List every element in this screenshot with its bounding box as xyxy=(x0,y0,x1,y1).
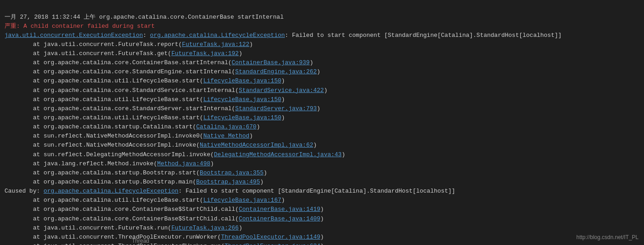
log-text: ) xyxy=(239,50,242,57)
log-text: ) xyxy=(211,160,214,167)
log-line: at org.apache.catalina.util.LifecycleBas… xyxy=(5,95,639,104)
log-line: Caused by: org.apache.catalina.Lifecycle… xyxy=(5,187,639,196)
log-link[interactable]: LifecycleBase.java:150 xyxy=(203,114,282,121)
log-text: ) xyxy=(313,142,317,148)
log-line: at org.apache.catalina.util.LifecycleBas… xyxy=(5,77,639,86)
log-line: at org.apache.catalina.startup.Catalina.… xyxy=(5,122,639,132)
log-line: at org.apache.catalina.core.ContainerBas… xyxy=(5,58,639,67)
log-link[interactable]: FutureTask.java:122 xyxy=(182,41,249,48)
log-line: at org.apache.catalina.core.StandardEngi… xyxy=(5,67,639,77)
log-link[interactable]: ContainerBase.java:939 xyxy=(231,59,310,66)
log-text: ) xyxy=(317,105,321,112)
log-link[interactable]: FutureTask.java:266 xyxy=(171,225,239,231)
log-line: at org.apache.catalina.core.ContainerBas… xyxy=(5,214,639,224)
log-text: at java.util.concurrent.FutureTask.get( xyxy=(5,50,171,57)
log-line: at sun.reflect.DelegatingMethodAccessorI… xyxy=(5,150,639,159)
log-link[interactable]: org.apache.catalina.LifecycleException xyxy=(44,188,178,194)
log-text: at org.apache.catalina.startup.Catalina.… xyxy=(5,123,196,130)
log-line: at sun.reflect.NativeMethodAccessorImpl.… xyxy=(5,141,639,150)
log-text: : Failed to start component [StandardEng… xyxy=(285,32,562,39)
log-line: at org.apache.catalina.util.LifecycleBas… xyxy=(5,196,639,205)
log-line: at sun.reflect.NativeMethodAccessorImpl.… xyxy=(5,132,639,141)
log-text: ) xyxy=(249,133,253,139)
log-link[interactable]: java.util.concurrent.ExecutionException xyxy=(5,32,143,39)
log-text: Caused by: xyxy=(5,188,44,194)
log-link[interactable]: StandardService.java:422 xyxy=(239,87,324,94)
log-text: ) xyxy=(282,77,285,84)
log-link[interactable]: Bootstrap.java:495 xyxy=(196,179,260,185)
log-text: at org.apache.catalina.util.LifecycleBas… xyxy=(5,77,203,84)
log-text: at org.apache.catalina.core.StandardServ… xyxy=(5,87,239,94)
log-link[interactable]: ContainerBase.java:1419 xyxy=(239,206,320,213)
log-text: at java.util.concurrent.ThreadPoolExecut… xyxy=(5,243,225,245)
log-text: at org.apache.catalina.util.LifecycleBas… xyxy=(5,197,203,204)
log-line: at java.util.concurrent.FutureTask.run(F… xyxy=(5,224,639,233)
log-text: at java.util.concurrent.FutureTask.run( xyxy=(5,225,171,231)
log-link[interactable]: NativeMethodAccessorImpl.java:62 xyxy=(200,142,313,148)
log-text: ) xyxy=(257,123,260,130)
log-text: at java.util.concurrent.FutureTask.repor… xyxy=(5,41,182,48)
log-link[interactable]: LifecycleBase.java:150 xyxy=(203,77,282,84)
log-text: at org.apache.catalina.core.ContainerBas… xyxy=(5,206,239,213)
log-link[interactable]: StandardEngine.java:262 xyxy=(235,68,317,75)
log-line: at java.util.concurrent.ThreadPoolExecut… xyxy=(5,233,639,242)
log-text: at org.apache.catalina.util.LifecycleBas… xyxy=(5,114,203,121)
log-line: at java.lang.reflect.Method.invoke(Metho… xyxy=(5,159,639,168)
log-text: at sun.reflect.NativeMethodAccessorImpl.… xyxy=(5,142,200,148)
log-link[interactable]: LifecycleBase.java:150 xyxy=(203,96,282,103)
log-link[interactable]: Bootstrap.java:355 xyxy=(200,169,263,176)
log-text: at org.apache.catalina.core.StandardEngi… xyxy=(5,68,235,75)
log-output: 一月 27, 2018 11:32:44 上午 org.apache.catal… xyxy=(5,4,639,245)
log-link[interactable]: Method.java:498 xyxy=(157,160,210,167)
log-line: java.util.concurrent.ExecutionException:… xyxy=(5,31,639,40)
log-line: at java.util.concurrent.FutureTask.get(F… xyxy=(5,49,639,58)
log-text: at java.lang.reflect.Method.invoke( xyxy=(5,160,157,167)
log-text: at sun.reflect.NativeMethodAccessorImpl.… xyxy=(5,133,203,139)
log-text: at org.apache.catalina.core.ContainerBas… xyxy=(5,59,231,66)
log-text: at org.apache.catalina.startup.Bootstrap… xyxy=(5,179,196,185)
log-text: ) xyxy=(239,225,242,231)
log-link[interactable]: LifecycleBase.java:167 xyxy=(203,197,282,204)
log-text: at org.apache.catalina.util.LifecycleBas… xyxy=(5,96,203,103)
log-link[interactable]: org.apache.catalina.LifecycleException xyxy=(150,32,285,39)
log-line: at org.apache.catalina.core.StandardServ… xyxy=(5,104,639,113)
log-line: 严重: A child container failed during star… xyxy=(5,22,639,31)
log-text: at java.util.concurrent.ThreadPoolExecut… xyxy=(5,234,221,240)
log-text: ) xyxy=(320,206,324,213)
log-line: at org.apache.catalina.startup.Bootstrap… xyxy=(5,168,639,178)
log-link[interactable]: Native Method xyxy=(203,133,249,139)
log-link[interactable]: FutureTask.java:192 xyxy=(171,50,239,57)
log-text: : xyxy=(143,32,150,39)
log-line: at org.apache.catalina.core.StandardServ… xyxy=(5,86,639,95)
log-text: ) xyxy=(320,243,324,245)
log-text: at org.apache.catalina.startup.Bootstrap… xyxy=(5,169,200,176)
log-text: ) xyxy=(264,169,267,176)
log-link[interactable]: ContainerBase.java:1409 xyxy=(239,215,320,222)
log-link[interactable]: Catalina.java:670 xyxy=(196,123,257,130)
watermark-text: http://blog.csdn.net/IT_PL xyxy=(576,233,639,241)
log-text: ) xyxy=(249,41,253,48)
log-line: at org.apache.catalina.startup.Bootstrap… xyxy=(5,178,639,187)
log-text: 一月 27, 2018 11:32:44 上午 org.apache.catal… xyxy=(5,14,284,20)
log-text: ) xyxy=(342,151,345,158)
log-text: ) xyxy=(282,197,285,204)
log-line: at org.apache.catalina.core.ContainerBas… xyxy=(5,205,639,214)
log-text: 严重: A child container failed during star… xyxy=(5,23,155,30)
log-link[interactable]: DelegatingMethodAccessorImpl.java:43 xyxy=(214,151,342,158)
log-line: at java.util.concurrent.ThreadPoolExecut… xyxy=(5,242,639,245)
log-text: ) xyxy=(317,68,321,75)
log-text: ) xyxy=(260,179,264,185)
log-line: at org.apache.catalina.util.LifecycleBas… xyxy=(5,113,639,122)
log-text: ) xyxy=(310,59,313,66)
log-text: at sun.reflect.DelegatingMethodAccessorI… xyxy=(5,151,214,158)
log-text: : Failed to start component [StandardEng… xyxy=(178,188,455,194)
log-line: at java.util.concurrent.FutureTask.repor… xyxy=(5,40,639,49)
log-text: ) xyxy=(320,215,324,222)
log-text: ) xyxy=(320,234,324,240)
log-text: ) xyxy=(324,87,327,94)
log-link[interactable]: ThreadPoolExecutor.java:624 xyxy=(225,243,321,245)
log-text: ) xyxy=(282,96,285,103)
thread-label: Thread xyxy=(132,237,149,245)
log-link[interactable]: ThreadPoolExecutor.java:1149 xyxy=(221,234,320,240)
log-link[interactable]: StandardServer.java:793 xyxy=(235,105,317,112)
